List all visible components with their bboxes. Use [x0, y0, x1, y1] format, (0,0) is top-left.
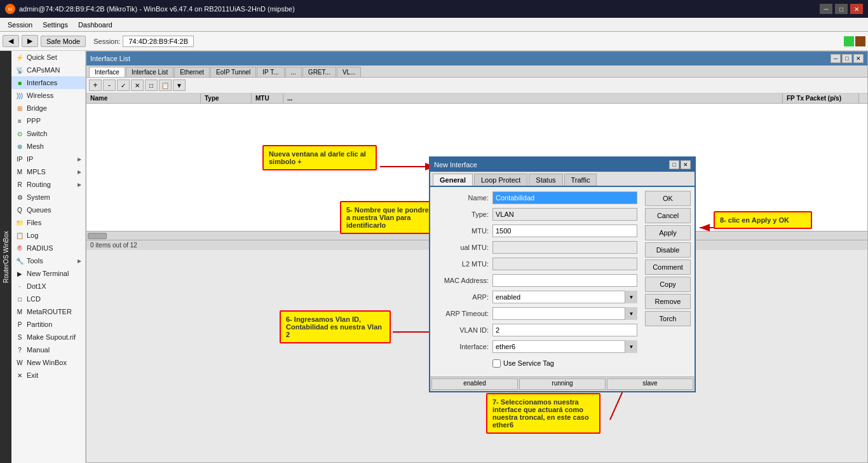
- comment-button[interactable]: Comment: [645, 259, 691, 275]
- disable-button[interactable]: ✕: [131, 79, 144, 91]
- sidebar-label-ip: IP: [27, 155, 33, 163]
- minimize-button[interactable]: ─: [820, 4, 832, 14]
- queues-icon: Q: [15, 205, 24, 214]
- dialog-restore-btn[interactable]: □: [669, 160, 679, 169]
- sidebar-item-dot1x[interactable]: · Dot1X: [11, 280, 85, 293]
- mac-input[interactable]: [492, 274, 637, 287]
- sidebar-item-quickset[interactable]: ⚡ Quick Set: [11, 51, 85, 64]
- menu-bar: Session Settings Dashboard: [0, 18, 868, 32]
- interface-list-titlebar: Interface List ─ □ ✕: [86, 52, 867, 66]
- sidebar-item-newterminal[interactable]: ▶ New Terminal: [11, 267, 85, 280]
- copy-button[interactable]: Copy: [645, 277, 691, 292]
- col-name[interactable]: Name: [86, 93, 201, 103]
- sidebar-item-log[interactable]: 📋 Log: [11, 229, 85, 242]
- sidebar-item-interfaces[interactable]: ■ Interfaces: [11, 76, 85, 89]
- interface-select[interactable]: ether6: [492, 340, 637, 353]
- sidebar-item-routing[interactable]: R Routing ▶: [11, 178, 85, 191]
- apply-button[interactable]: Apply: [645, 225, 691, 240]
- dot1x-icon: ·: [15, 282, 24, 291]
- ok-button[interactable]: OK: [645, 191, 691, 206]
- vlan-id-input[interactable]: [492, 324, 637, 336]
- l2-mtu-input: [492, 258, 637, 270]
- interface-tabs: Interface Interface List Ethernet EoIP T…: [86, 66, 867, 78]
- sidebar-item-files[interactable]: 📁 Files: [11, 216, 85, 229]
- arp-timeout-arrow-icon: ▼: [625, 307, 637, 320]
- menu-session[interactable]: Session: [3, 20, 37, 30]
- arp-timeout-select[interactable]: [492, 307, 637, 320]
- tools-arrow-icon: ▶: [78, 258, 81, 264]
- tab-ethernet[interactable]: Ethernet: [174, 67, 210, 77]
- add-button[interactable]: +: [89, 79, 102, 91]
- sidebar-item-exit[interactable]: ✕ Exit: [11, 369, 85, 382]
- back-button[interactable]: ◀: [3, 35, 19, 47]
- copy-row-button[interactable]: □: [145, 79, 158, 91]
- sidebar-item-manual[interactable]: ? Manual: [11, 343, 85, 356]
- annotation-3: 6- Ingresamos Vlan ID, Contabilidad es n…: [280, 310, 391, 343]
- service-tag-checkbox[interactable]: [492, 359, 501, 368]
- remove-button[interactable]: Remove: [645, 294, 691, 309]
- sidebar-item-partition[interactable]: P Partition: [11, 318, 85, 331]
- sidebar-item-system[interactable]: ⚙ System: [11, 191, 85, 204]
- sidebar-item-bridge[interactable]: ⊞ Bridge: [11, 102, 85, 114]
- session-value: 74:4D:28:B9:F4:2B: [123, 36, 194, 47]
- sidebar-item-queues[interactable]: Q Queues: [11, 204, 85, 216]
- arp-select[interactable]: enabled disabled proxy-arp: [492, 291, 637, 303]
- sidebar-item-makesupout[interactable]: S Make Supout.rif: [11, 331, 85, 343]
- status-enabled: enabled: [431, 378, 518, 390]
- sidebar-label-interfaces: Interfaces: [27, 79, 57, 86]
- sidebar-label-exit: Exit: [27, 371, 38, 379]
- disable-button[interactable]: Disable: [645, 242, 691, 258]
- col-mtu[interactable]: MTU: [252, 93, 283, 103]
- sidebar-item-newwinbox[interactable]: W New WinBox: [11, 356, 85, 369]
- tab-interface[interactable]: Interface: [89, 67, 125, 77]
- torch-button[interactable]: Torch: [645, 311, 691, 326]
- forward-button[interactable]: ▶: [22, 35, 38, 47]
- safe-mode-button[interactable]: Safe Mode: [41, 36, 86, 47]
- tab-status[interactable]: Status: [529, 174, 562, 186]
- maximize-button[interactable]: □: [835, 4, 848, 14]
- sidebar-item-metarouter[interactable]: M MetaROUTER: [11, 305, 85, 318]
- tab-ipt[interactable]: IP T...: [257, 67, 284, 77]
- mtu-input[interactable]: [492, 225, 637, 237]
- menu-dashboard[interactable]: Dashboard: [73, 20, 118, 30]
- sidebar-label-system: System: [27, 193, 50, 201]
- col-more[interactable]: ...: [283, 93, 782, 103]
- tab-more[interactable]: ...: [285, 67, 302, 77]
- name-input[interactable]: [492, 191, 637, 204]
- sidebar-item-ppp[interactable]: ≡ PPP: [11, 114, 85, 127]
- sidebar-item-tools[interactable]: 🔧 Tools ▶: [11, 254, 85, 267]
- bridge-icon: ⊞: [15, 104, 24, 113]
- sidebar-item-lcd[interactable]: □ LCD: [11, 293, 85, 305]
- iface-close-btn[interactable]: ✕: [853, 54, 864, 63]
- tab-loop-protect[interactable]: Loop Protect: [474, 174, 527, 186]
- tab-interface-list[interactable]: Interface List: [126, 67, 173, 77]
- metarouter-icon: M: [15, 307, 24, 316]
- sidebar-item-ip[interactable]: IP IP ▶: [11, 153, 85, 165]
- sidebar-item-mpls[interactable]: M MPLS ▶: [11, 165, 85, 178]
- paste-button[interactable]: 📋: [159, 79, 172, 91]
- tab-vl[interactable]: VL...: [337, 67, 362, 77]
- close-button[interactable]: ✕: [850, 4, 863, 14]
- col-type[interactable]: Type: [201, 93, 252, 103]
- sidebar-item-mesh[interactable]: ⊛ Mesh: [11, 140, 85, 153]
- sidebar-item-wireless[interactable]: ))) Wireless: [11, 89, 85, 102]
- enable-button[interactable]: ✓: [117, 79, 130, 91]
- remove-button[interactable]: -: [103, 79, 116, 91]
- sidebar-item-capsman[interactable]: 📡 CAPsMAN: [11, 64, 85, 76]
- sidebar-item-radius[interactable]: ® RADIUS: [11, 242, 85, 254]
- sidebar-item-switch[interactable]: ⊙ Switch: [11, 127, 85, 140]
- tab-traffic[interactable]: Traffic: [564, 174, 597, 186]
- dialog-tabs: General Loop Protect Status Traffic: [430, 172, 695, 187]
- lcd-icon: □: [15, 294, 24, 303]
- partition-icon: P: [15, 320, 24, 329]
- filter-button[interactable]: ▼: [173, 79, 186, 91]
- tab-general[interactable]: General: [433, 174, 473, 186]
- cancel-button[interactable]: Cancel: [645, 208, 691, 223]
- tab-gret[interactable]: GRET...: [302, 67, 336, 77]
- menu-settings[interactable]: Settings: [37, 20, 73, 30]
- iface-minimize-btn[interactable]: ─: [831, 54, 841, 63]
- tab-eoip[interactable]: EoIP Tunnel: [210, 67, 256, 77]
- iface-restore-btn[interactable]: □: [842, 54, 852, 63]
- ip-arrow-icon: ▶: [78, 156, 81, 162]
- dialog-close-btn[interactable]: ✕: [681, 160, 691, 169]
